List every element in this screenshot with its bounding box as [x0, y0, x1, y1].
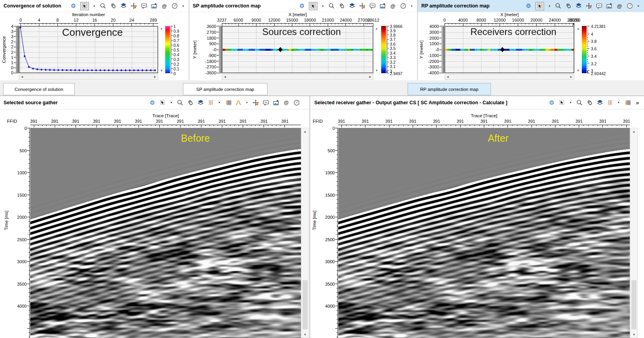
plot-horizontal-scrollbar[interactable]: ◄ ► — [222, 74, 373, 80]
zoom-icon[interactable] — [576, 99, 583, 106]
table-view-icon[interactable] — [624, 99, 631, 106]
zoom-ratio-icon[interactable]: @ — [161, 3, 168, 9]
settings-icon[interactable]: ⚙ — [149, 99, 156, 106]
time-tick-label: 1000 — [13, 170, 27, 175]
zoom-icon[interactable] — [100, 3, 106, 9]
layers-icon[interactable] — [197, 99, 204, 106]
dropdown-arrow[interactable]: ▾ — [569, 99, 572, 106]
mouse-tool-icon[interactable] — [110, 3, 116, 9]
colorbar-tick-label: 3.7 — [390, 37, 396, 42]
comment-icon[interactable] — [596, 3, 602, 9]
compass-icon[interactable] — [293, 99, 300, 106]
dropdown-arrow[interactable]: ▾ — [170, 99, 173, 106]
comment-icon[interactable] — [262, 99, 269, 106]
plot-scroll-up-arrow[interactable]: ▲ — [159, 26, 164, 31]
tab-rp-amplitude-correction-map[interactable]: RP amplitude correction map — [408, 83, 491, 95]
move-crosshair-icon[interactable] — [252, 99, 259, 106]
export-image-icon[interactable] — [151, 3, 157, 9]
scroll-up-arrow[interactable]: ▲ — [631, 128, 637, 135]
vertical-scrollbar[interactable]: ▲ ▼ — [301, 128, 309, 338]
colorbar-tick-label: 3.4 — [591, 54, 597, 59]
pointer-select-icon[interactable] — [535, 2, 544, 10]
plot-scroll-up-arrow[interactable]: ▲ — [374, 26, 379, 31]
zoom-icon[interactable] — [328, 3, 335, 9]
plot-horizontal-scrollbar[interactable]: ◄ ► — [445, 74, 574, 80]
mouse-tool-icon[interactable] — [565, 3, 572, 9]
seismic-image-after[interactable] — [338, 128, 630, 338]
dropdown-arrow[interactable]: ▾ — [410, 3, 413, 9]
compass-icon[interactable] — [626, 3, 633, 9]
scrollbar-thumb[interactable] — [631, 280, 637, 329]
scroll-left-arrow[interactable]: ◄ — [223, 74, 227, 79]
layers-icon[interactable] — [120, 3, 127, 9]
settings-icon[interactable]: ⚙ — [548, 99, 555, 106]
scrollbar-thumb[interactable] — [303, 280, 308, 329]
mouse-tool-icon[interactable] — [586, 99, 593, 106]
tab-sp-amplitude-correction-map[interactable]: SP amplitude correction map — [183, 83, 268, 95]
pointer-select-icon[interactable] — [159, 99, 166, 106]
colorbar-tick-label: 3.9 — [390, 28, 396, 33]
mouse-tool-icon[interactable] — [338, 3, 345, 9]
dropdown-arrow[interactable]: ▾ — [548, 3, 551, 9]
scroll-right-arrow[interactable]: ► — [570, 74, 573, 79]
vertical-scrollbar[interactable]: ▲ ▼ — [630, 128, 638, 338]
dropdown-arrow[interactable]: ▾ — [321, 3, 325, 9]
time-tick-label: 2500 — [321, 237, 335, 242]
tab-convergence-of-solution[interactable]: Convergence of solution — [3, 83, 75, 95]
plot-scroll-down-arrow[interactable]: ▼ — [576, 68, 581, 73]
scroll-right-arrow[interactable]: ► — [369, 74, 372, 79]
layers-icon[interactable] — [349, 3, 355, 9]
trace-tick-label: 391 — [219, 119, 226, 124]
move-crosshair-icon[interactable] — [130, 3, 137, 9]
export-image-icon[interactable] — [606, 3, 613, 9]
mouse-tool-icon[interactable] — [187, 99, 194, 106]
comment-icon[interactable] — [369, 3, 376, 9]
settings-icon[interactable]: ⚙ — [70, 3, 77, 9]
plot-scroll-up-arrow[interactable]: ▲ — [576, 26, 581, 31]
pointer-select-icon[interactable] — [80, 2, 89, 10]
layers-icon[interactable] — [596, 99, 603, 106]
dropdown-arrow[interactable]: ▾ — [218, 99, 221, 106]
dropdown-arrow[interactable]: ▾ — [617, 99, 620, 106]
picking-icon[interactable] — [235, 99, 242, 106]
scroll-down-arrow[interactable]: ▼ — [302, 331, 308, 338]
export-image-icon[interactable] — [273, 99, 279, 106]
seismic-image-before[interactable] — [30, 128, 301, 338]
scroll-left-arrow[interactable]: ◄ — [446, 74, 449, 79]
compass-icon[interactable] — [400, 3, 406, 9]
plot-horizontal-scrollbar[interactable]: ◄ ► — [19, 74, 158, 80]
move-crosshair-icon[interactable] — [359, 3, 365, 9]
table-view-icon[interactable] — [225, 99, 231, 106]
wiggle-display-icon[interactable] — [607, 99, 613, 106]
layers-icon[interactable] — [575, 3, 582, 9]
dropdown-arrow[interactable]: ▾ — [637, 3, 640, 9]
scroll-left-arrow[interactable]: ◄ — [20, 74, 24, 79]
trace-tick-label: 391 — [480, 119, 487, 124]
colorbar-tick-label: 3.2 — [591, 61, 597, 66]
wiggle-display-icon[interactable] — [207, 99, 214, 106]
toolbar-overflow-icon[interactable]: » — [634, 99, 641, 106]
colorbar-tick-label: 0.9 — [173, 29, 179, 33]
move-crosshair-icon[interactable] — [585, 3, 592, 9]
zoom-ratio-icon[interactable]: @ — [389, 3, 396, 9]
plot-scroll-down-arrow[interactable]: ▼ — [159, 68, 164, 73]
dropdown-arrow[interactable]: ▾ — [92, 3, 96, 9]
scroll-up-arrow[interactable]: ▲ — [302, 128, 308, 135]
zoom-ratio-icon[interactable]: @ — [616, 3, 623, 9]
plot-scroll-down-arrow[interactable]: ▼ — [374, 68, 379, 73]
export-image-icon[interactable] — [379, 3, 386, 9]
scroll-down-arrow[interactable]: ▼ — [631, 331, 637, 338]
x-axis-title: X [meter] — [500, 12, 519, 17]
scroll-right-arrow[interactable]: ► — [153, 74, 157, 79]
comment-icon[interactable] — [140, 3, 147, 9]
dropdown-arrow[interactable]: ▾ — [245, 99, 249, 106]
zoom-ratio-icon[interactable]: @ — [283, 99, 290, 106]
zoom-icon[interactable] — [555, 3, 561, 9]
pointer-select-icon[interactable] — [309, 2, 317, 10]
settings-icon[interactable]: ⚙ — [299, 3, 305, 9]
settings-icon[interactable]: ⚙ — [525, 3, 532, 9]
zoom-icon[interactable] — [177, 99, 183, 106]
pointer-select-icon[interactable] — [559, 99, 565, 106]
compass-icon[interactable] — [171, 3, 178, 9]
dropdown-arrow[interactable]: ▾ — [181, 3, 185, 9]
